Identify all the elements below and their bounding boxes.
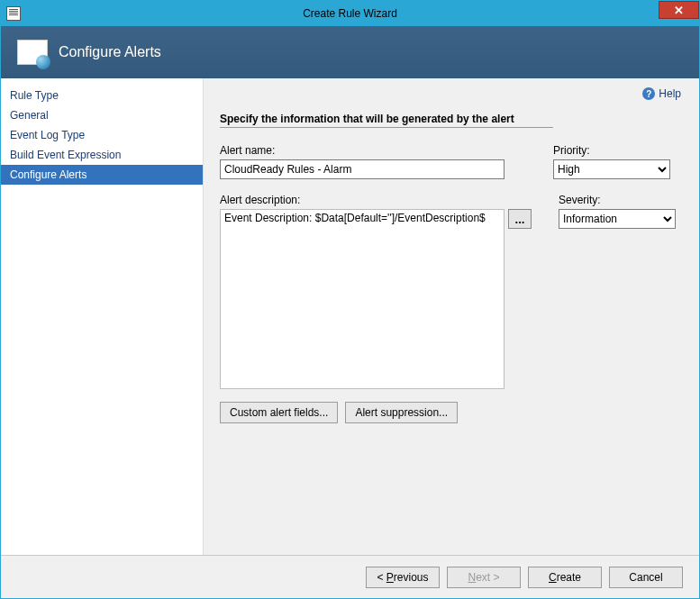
sidebar-item-rule-type[interactable]: Rule Type bbox=[1, 86, 203, 105]
col-alert-name: Alert name: bbox=[220, 144, 526, 179]
main-panel: ? Help Specify the information that will… bbox=[204, 78, 699, 555]
severity-select[interactable]: Information bbox=[559, 209, 676, 229]
row-desc-severity: Alert description: ... Custom alert fiel… bbox=[220, 194, 683, 423]
previous-button[interactable]: < Previous bbox=[366, 567, 440, 588]
alert-description-textarea[interactable] bbox=[220, 209, 505, 389]
row-name-priority: Alert name: Priority: High bbox=[220, 144, 683, 179]
wizard-window: Create Rule Wizard ✕ Configure Alerts Ru… bbox=[0, 0, 700, 599]
col-alert-description: Alert description: ... Custom alert fiel… bbox=[220, 194, 532, 423]
col-priority: Priority: High bbox=[553, 144, 670, 179]
create-button[interactable]: Create bbox=[528, 567, 602, 588]
close-button[interactable]: ✕ bbox=[659, 1, 699, 19]
alert-name-input[interactable] bbox=[220, 159, 505, 179]
sidebar: Rule Type General Event Log Type Build E… bbox=[1, 78, 204, 555]
alert-description-label: Alert description: bbox=[220, 194, 532, 206]
titlebar: Create Rule Wizard ✕ bbox=[1, 1, 699, 26]
sidebar-item-general[interactable]: General bbox=[1, 105, 203, 125]
help-label: Help bbox=[659, 87, 681, 100]
alert-suppression-button[interactable]: Alert suppression... bbox=[345, 402, 458, 423]
alert-name-label: Alert name: bbox=[220, 144, 526, 157]
priority-label: Priority: bbox=[553, 144, 670, 157]
body: Rule Type General Event Log Type Build E… bbox=[1, 78, 699, 555]
alert-extra-buttons: Custom alert fields... Alert suppression… bbox=[220, 402, 532, 423]
priority-select[interactable]: High bbox=[553, 159, 670, 179]
sidebar-item-event-log-type[interactable]: Event Log Type bbox=[1, 125, 203, 145]
orb-icon bbox=[36, 55, 50, 69]
help-icon: ? bbox=[642, 87, 655, 100]
page-icon bbox=[17, 40, 48, 65]
next-button: Next > bbox=[447, 567, 521, 588]
col-severity: Severity: Information bbox=[559, 194, 676, 423]
sidebar-item-configure-alerts[interactable]: Configure Alerts bbox=[1, 165, 203, 185]
header-band: Configure Alerts bbox=[1, 26, 699, 78]
cancel-button[interactable]: Cancel bbox=[609, 567, 683, 588]
window-title: Create Rule Wizard bbox=[1, 7, 699, 20]
section-title: Specify the information that will be gen… bbox=[220, 113, 553, 128]
description-ellipsis-button[interactable]: ... bbox=[508, 209, 532, 229]
severity-label: Severity: bbox=[559, 194, 676, 206]
page-title: Configure Alerts bbox=[59, 44, 161, 60]
sidebar-item-build-event-expression[interactable]: Build Event Expression bbox=[1, 145, 203, 165]
help-link[interactable]: ? Help bbox=[642, 87, 681, 100]
footer: < Previous Next > Create Cancel bbox=[1, 555, 699, 598]
custom-alert-fields-button[interactable]: Custom alert fields... bbox=[220, 402, 338, 423]
